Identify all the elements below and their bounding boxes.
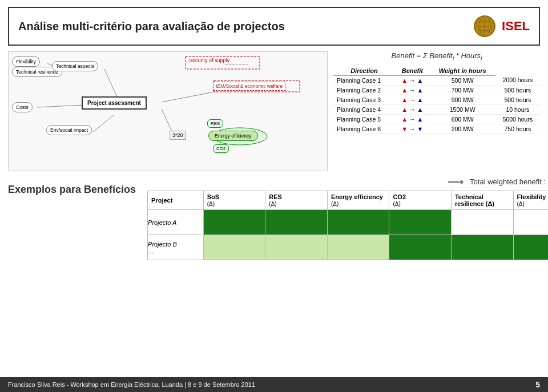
right-area: Benefit = Σ Benefiti * Hoursi Direction … bbox=[333, 51, 540, 171]
planning-benefit: 600 MW bbox=[430, 114, 495, 124]
sec-supply-node: Security of supply bbox=[189, 58, 229, 63]
benefits-col-1: SoS(Δ) bbox=[203, 191, 265, 210]
footer-text: Francisco Silva Reis - Workshop em Energ… bbox=[8, 381, 255, 388]
three20-node: 3*20 bbox=[170, 131, 186, 140]
planning-row: Planning Case 5 ▲ → ▲ 600 MW 5000 hours bbox=[333, 114, 540, 124]
footer-page: 5 bbox=[535, 380, 540, 389]
benefits-col-2: RES(Δ) bbox=[265, 191, 328, 210]
res-node: RES bbox=[207, 119, 223, 128]
benefits-cell-0-0 bbox=[203, 210, 265, 235]
planning-row: Planning Case 4 ▲ → ▲ 1500 MW 10 hours bbox=[333, 104, 540, 114]
header: Análise multi-critério para avaliação de… bbox=[8, 7, 540, 46]
col-weight: Weight in hours bbox=[430, 66, 495, 76]
planning-direction: ▲ → ▲ bbox=[395, 104, 430, 114]
planning-direction: ▲ → ▲ bbox=[395, 95, 430, 104]
planning-direction: ▲ → ▲ bbox=[395, 114, 430, 124]
planning-benefit: 900 MW bbox=[430, 95, 495, 104]
arrow-long-icon: ⟶ bbox=[448, 175, 464, 188]
benefit-formula: Benefit = Σ Benefiti * Hoursi bbox=[333, 51, 540, 62]
col-direction: Direction bbox=[333, 66, 395, 76]
planning-label: Planning Case 5 bbox=[333, 114, 395, 124]
benefits-cell-0-1 bbox=[265, 210, 328, 235]
planning-benefit: 200 MW bbox=[430, 124, 495, 134]
benefits-cell-1-3 bbox=[389, 235, 452, 260]
benefits-row-label: Projecto A bbox=[148, 210, 204, 235]
examples-label: Exemplos para Benefícios bbox=[8, 175, 136, 196]
planning-row: Planning Case 1 ▲ → ▲ 500 MW 2000 hours bbox=[333, 75, 540, 85]
logo-text: ISEL bbox=[502, 19, 530, 34]
footer: Francisco Silva Reis - Workshop em Energ… bbox=[0, 377, 548, 392]
lower-section: Exemplos para Benefícios ⟶ Total weighte… bbox=[8, 175, 540, 260]
benefits-cell-1-4 bbox=[451, 235, 513, 260]
benefits-col-6: Flexibility(Δ) bbox=[513, 191, 548, 210]
iem-node: IEM/Social & economic welfare bbox=[213, 82, 285, 91]
total-benefit-row: ⟶ Total weighted benefit : 567 MW bbox=[448, 175, 548, 188]
planning-label: Planning Case 6 bbox=[333, 124, 395, 134]
svg-line-10 bbox=[37, 105, 83, 107]
col-benefit: Benefit bbox=[395, 66, 430, 76]
benefits-col-5: Technical resilience (Δ) bbox=[451, 191, 513, 210]
diagram-area: Flexibility Technical resilience Technic… bbox=[8, 51, 328, 171]
planning-direction: ▲ → ▲ bbox=[395, 85, 430, 95]
benefits-row-label: Projecto B… bbox=[148, 235, 204, 260]
logo-globe-icon bbox=[472, 14, 497, 39]
flexibility-node: Flexibility bbox=[12, 56, 40, 67]
planning-label: Planning Case 4 bbox=[333, 104, 395, 114]
right-lower: ⟶ Total weighted benefit : 567 MW Projec… bbox=[147, 175, 548, 260]
benefits-col-4: CO2(Δ) bbox=[389, 191, 452, 210]
planning-weight: 500 hours bbox=[495, 95, 540, 104]
logo-area: ISEL bbox=[472, 14, 530, 39]
benefits-cell-1-1 bbox=[265, 235, 328, 260]
benefits-col-3: Energy efficiency(Δ) bbox=[327, 191, 389, 210]
planning-table: Direction Benefit Weight in hours Planni… bbox=[333, 66, 540, 134]
benefits-cell-0-5 bbox=[513, 210, 548, 235]
svg-line-13 bbox=[93, 115, 114, 132]
benefits-row: Projecto A bbox=[148, 210, 548, 235]
planning-row: Planning Case 2 ▲ → ▲ 700 MW 500 hours bbox=[333, 85, 540, 95]
header-title: Análise multi-critério para avaliação de… bbox=[18, 20, 285, 33]
benefits-cell-0-2 bbox=[327, 210, 389, 235]
env-impact-node: Env/social impact bbox=[46, 125, 92, 135]
planning-weight: 10 hours bbox=[495, 104, 540, 114]
planning-direction: ▼ → ▼ bbox=[395, 124, 430, 134]
planning-label: Planning Case 2 bbox=[333, 85, 395, 95]
total-benefit-text: Total weighted benefit : 567 MW bbox=[470, 177, 548, 186]
planning-benefit: 1500 MW bbox=[430, 104, 495, 114]
planning-benefit: 700 MW bbox=[430, 85, 495, 95]
planning-weight: 5000 hours bbox=[495, 114, 540, 124]
benefits-cell-1-0 bbox=[203, 235, 265, 260]
planning-direction: ▲ → ▲ bbox=[395, 75, 430, 85]
planning-label: Planning Case 3 bbox=[333, 95, 395, 104]
planning-row: Planning Case 3 ▲ → ▲ 900 MW 500 hours bbox=[333, 95, 540, 104]
energy-eff-node: Energy efficiency bbox=[208, 131, 258, 141]
costs-node: Costs bbox=[12, 102, 33, 112]
benefits-table: ProjectSoS(Δ)RES(Δ)Energy efficiency(Δ)C… bbox=[147, 191, 548, 260]
planning-label: Planning Case 1 bbox=[333, 75, 395, 85]
planning-weight: 2000 hours bbox=[495, 75, 540, 85]
benefits-cell-0-4 bbox=[451, 210, 513, 235]
main-content: Flexibility Technical resilience Technic… bbox=[8, 51, 540, 171]
svg-line-11 bbox=[162, 92, 214, 102]
benefits-row: Projecto B… bbox=[148, 235, 548, 260]
planning-weight: 500 hours bbox=[495, 85, 540, 95]
project-assessment-node: Project assessment bbox=[82, 96, 147, 110]
planning-row: Planning Case 6 ▼ → ▼ 200 MW 750 hours bbox=[333, 124, 540, 134]
benefits-cell-1-2 bbox=[327, 235, 389, 260]
planning-weight: 750 hours bbox=[495, 124, 540, 134]
planning-benefit: 500 MW bbox=[430, 75, 495, 85]
co2-node: CO2 bbox=[213, 144, 229, 153]
benefits-cell-0-3 bbox=[389, 210, 452, 235]
tech-aspects-node: Technical aspects bbox=[52, 61, 98, 71]
benefits-col-0: Project bbox=[148, 191, 204, 210]
benefits-cell-1-5 bbox=[513, 235, 548, 260]
diagram-box: Flexibility Technical resilience Technic… bbox=[8, 51, 328, 171]
